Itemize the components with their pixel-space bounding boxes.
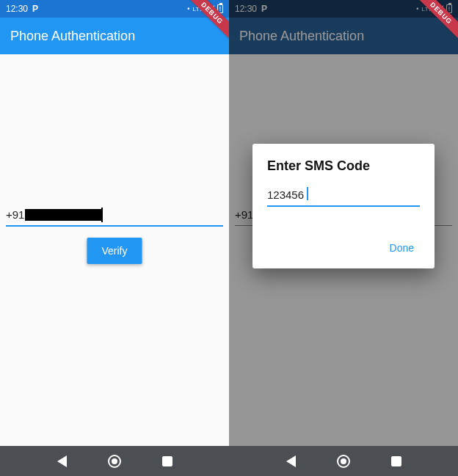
status-dot-icon: • [187,5,189,12]
back-icon[interactable] [286,455,296,467]
system-navigation-bar [0,446,458,476]
phone-prefix: +91 [6,208,24,221]
home-icon[interactable] [108,455,121,468]
phone-screen-main: DEBUG 12:30 P • LTE ! Phone Authenticati… [0,0,229,446]
text-caret [307,187,308,200]
sms-code-dialog: Enter SMS Code 123456 Done [252,144,435,268]
back-icon[interactable] [57,455,67,467]
app-bar-title: Phone Authentication [10,29,135,44]
sms-code-input-wrap[interactable]: 123456 [267,186,420,207]
phone-screen-dialog: DEBUG 12:30 P • LTE ! Phone Authenticati… [229,0,458,446]
recents-icon[interactable] [162,456,172,466]
dialog-title: Enter SMS Code [267,158,420,174]
phone-number-redacted [25,209,102,221]
verify-button-label: Verify [101,245,127,257]
phone-number-input[interactable]: +91 [6,205,223,227]
done-button-label: Done [390,242,414,254]
app-bar: Phone Authentication [0,18,229,54]
sms-code-input[interactable]: 123456 [267,186,420,207]
dialog-actions: Done [267,236,420,260]
recents-icon[interactable] [391,456,401,466]
verify-button[interactable]: Verify [87,238,142,264]
home-icon[interactable] [337,455,350,468]
screenshot-pair: DEBUG 12:30 P • LTE ! Phone Authenticati… [0,0,458,446]
screen-body: +91 Verify [0,54,229,446]
nav-left-phone [0,446,229,476]
status-left: 12:30 P [6,4,38,14]
status-time: 12:30 [6,4,28,14]
done-button[interactable]: Done [384,236,420,260]
status-carrier-icon: P [32,4,38,14]
nav-right-phone [229,446,458,476]
